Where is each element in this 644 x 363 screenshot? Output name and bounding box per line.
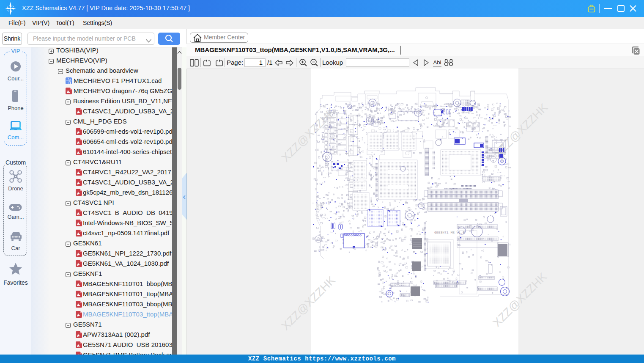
svg-text:GE5SN71 MB V1.0: GE5SN71 MB V1.0 [434, 231, 465, 234]
